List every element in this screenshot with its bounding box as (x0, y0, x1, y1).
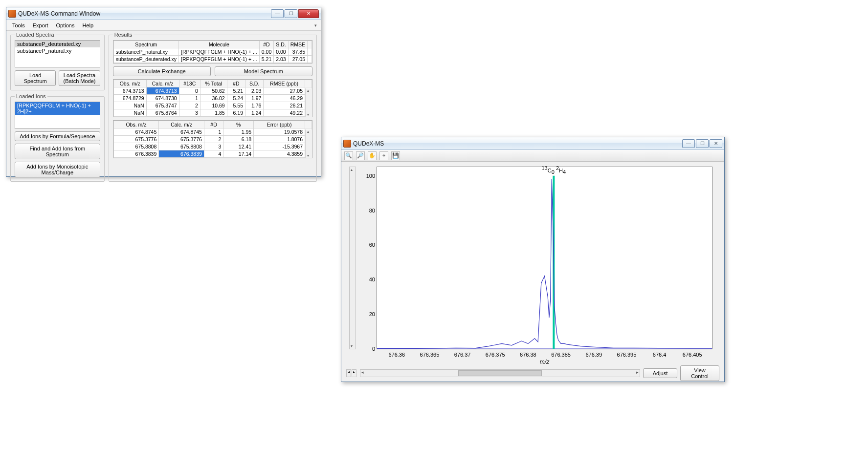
list-item[interactable]: substanceP_natural.xy (15, 47, 100, 54)
col-molecule[interactable]: Molecule (179, 41, 260, 48)
loaded-spectra-legend: Loaded Spectra (15, 32, 56, 38)
add-ions-mass-button[interactable]: Add Ions by Monoisotopic Mass/Charge (15, 162, 100, 177)
minimize-button[interactable]: — (682, 139, 695, 148)
figure-toolbar: 🔍 🔎 ✋ ⌖ 💾 (341, 150, 724, 162)
menu-options[interactable]: Options (52, 21, 78, 30)
view-control-button[interactable]: View Control (680, 365, 719, 381)
col-obs[interactable]: Obs. m/z (113, 121, 159, 128)
plot-area[interactable]: m/z 020406080100676.36676.365676.37676.3… (349, 166, 716, 364)
col-calc[interactable]: Calc. m/z (159, 121, 204, 128)
window-title: QUDeX-MS Command Window (18, 10, 270, 17)
isotope-table[interactable]: Obs. m/z Calc. m/z #13C % Total #D S.D. … (113, 79, 312, 117)
table-row[interactable]: 676.3839 676.3839 4 17.14 4.3859 (113, 150, 312, 158)
titlebar[interactable]: QUDeX-MS Command Window — ☐ ✕ (6, 7, 321, 20)
close-button[interactable]: ✕ (710, 139, 722, 148)
table-row[interactable]: 674.8745 674.8745 1 1.95 19.0578 (113, 128, 312, 136)
list-item[interactable]: substanceP_deuterated.xy (15, 41, 100, 47)
menu-export[interactable]: Export (29, 21, 52, 30)
col-rmse[interactable]: RMSE (288, 41, 307, 48)
col-err[interactable]: Error (ppb) (254, 121, 305, 128)
pan-icon[interactable]: ✋ (368, 151, 377, 160)
col-rmse[interactable]: RMSE (ppb) (264, 80, 305, 87)
col-nd[interactable]: #D (259, 41, 273, 48)
col-spectrum[interactable]: Spectrum (113, 41, 178, 48)
scroll-right-icon[interactable]: ▸ (352, 369, 356, 377)
load-spectra-batch-button[interactable]: Load Spectra (Batch Mode) (59, 70, 100, 86)
loaded-ions-legend: Loaded Ions (15, 93, 47, 99)
loaded-spectra-group: Loaded Spectra substanceP_deuterated.xy … (10, 35, 105, 90)
results-summary-table[interactable]: Spectrum Molecule #D S.D. RMSE substance… (113, 40, 312, 64)
save-icon[interactable]: 💾 (391, 151, 400, 160)
ions-listbox[interactable]: [RPKPQQFFGLM + HNO(-1) + 2H]2+ (15, 102, 100, 129)
table-row[interactable]: NaN 675.3747 2 10.69 5.55 1.76 26.21 (113, 102, 312, 109)
maximize-button[interactable]: ☐ (285, 9, 297, 18)
horizontal-scrollbar[interactable] (360, 369, 640, 377)
window-title: QUDeX-MS (353, 140, 681, 147)
col-13c[interactable]: #13C (179, 80, 200, 87)
x-tick: 676.375 (486, 352, 505, 358)
y-tick: 0 (359, 346, 375, 352)
table-row[interactable]: substanceP_deuterated.xy [RPKPQQFFGLM + … (113, 56, 312, 63)
col-pct[interactable]: % Total (200, 80, 227, 87)
spectra-listbox[interactable]: substanceP_deuterated.xy substanceP_natu… (15, 40, 100, 67)
x-tick: 676.37 (454, 352, 471, 358)
col-calc[interactable]: Calc. m/z (146, 80, 179, 87)
add-ions-formula-button[interactable]: Add Ions by Formula/Sequence (15, 131, 100, 141)
menubar: Tools Export Options Help ▾ (6, 20, 321, 31)
col-nd[interactable]: #D (204, 121, 223, 128)
col-sd[interactable]: S.D. (274, 41, 288, 48)
table-row[interactable]: 674.8729 674.8730 1 36.02 5.24 1.97 46.2… (113, 95, 312, 102)
y-tick: 20 (359, 311, 375, 317)
x-tick: 676.38 (520, 352, 536, 358)
minimize-button[interactable]: — (271, 9, 284, 18)
table-row[interactable]: 675.8808 675.8808 3 12.41 -15.3967 (113, 143, 312, 150)
adjust-button[interactable]: Adjust (643, 368, 677, 378)
zoom-out-icon[interactable]: 🔎 (356, 151, 365, 160)
y-tick: 100 (359, 173, 375, 179)
vertical-scrollbar[interactable] (349, 167, 356, 349)
results-group: Results Spectrum Molecule #D S.D. RMSE s… (109, 35, 317, 182)
peak-table[interactable]: Obs. m/z Calc. m/z #D % Error (ppb) 674.… (113, 120, 312, 158)
col-pct[interactable]: % (223, 121, 254, 128)
command-window: QUDeX-MS Command Window — ☐ ✕ Tools Expo… (6, 7, 321, 177)
menu-help[interactable]: Help (78, 21, 97, 30)
y-tick: 60 (359, 242, 375, 248)
chart-axes[interactable]: m/z 020406080100676.36676.365676.37676.3… (377, 167, 712, 349)
x-tick: 676.365 (420, 352, 440, 358)
peak-annotation: 13C0 2H4 (542, 165, 566, 175)
model-spectrum-button[interactable]: Model Spectrum (215, 66, 312, 76)
y-tick: 80 (359, 208, 375, 213)
scrollbar[interactable] (305, 88, 312, 117)
calculate-exchange-button[interactable]: Calculate Exchange (113, 66, 211, 76)
x-tick: 676.385 (551, 352, 571, 358)
results-legend: Results (113, 32, 134, 38)
titlebar[interactable]: QUDeX-MS — ☐ ✕ (341, 137, 724, 150)
scroll-left-icon[interactable]: ◂ (346, 369, 351, 377)
app-icon (8, 10, 16, 18)
list-item[interactable]: [RPKPQQFFGLM + HNO(-1) + 2H]2+ (15, 102, 100, 115)
spectrum-chart (377, 167, 712, 349)
table-row[interactable]: 675.3776 675.3776 2 6.18 1.8076 (113, 136, 312, 143)
spectrum-window: QUDeX-MS — ☐ ✕ 🔍 🔎 ✋ ⌖ 💾 m/z 02040608010… (341, 137, 725, 382)
table-row[interactable]: NaN 675.8764 3 1.85 6.19 1.24 49.22 (113, 109, 312, 117)
load-spectrum-button[interactable]: Load Spectrum (15, 70, 56, 86)
menu-tools[interactable]: Tools (8, 21, 29, 30)
x-tick: 676.395 (617, 352, 637, 358)
maximize-button[interactable]: ☐ (696, 139, 709, 148)
data-cursor-icon[interactable]: ⌖ (379, 151, 388, 160)
x-axis-label: m/z (540, 359, 549, 365)
scrollbar[interactable] (305, 129, 312, 158)
col-obs[interactable]: Obs. m/z (113, 80, 146, 87)
zoom-in-icon[interactable]: 🔍 (344, 151, 353, 160)
close-button[interactable]: ✕ (298, 9, 319, 18)
find-add-ions-button[interactable]: Find and Add Ions from Spectrum (15, 144, 100, 159)
menu-overflow-icon[interactable]: ▾ (314, 23, 317, 28)
col-sd[interactable]: S.D. (245, 80, 263, 87)
x-tick: 676.405 (683, 352, 702, 358)
table-row[interactable]: 674.3713 674.3713 0 50.62 5.21 2.03 27.0… (113, 87, 312, 95)
app-icon (343, 140, 351, 148)
col-nd[interactable]: #D (227, 80, 245, 87)
y-tick: 40 (359, 277, 375, 282)
x-tick: 676.36 (388, 352, 405, 358)
table-row[interactable]: substanceP_natural.xy [RPKPQQFFGLM + HNO… (113, 48, 312, 56)
